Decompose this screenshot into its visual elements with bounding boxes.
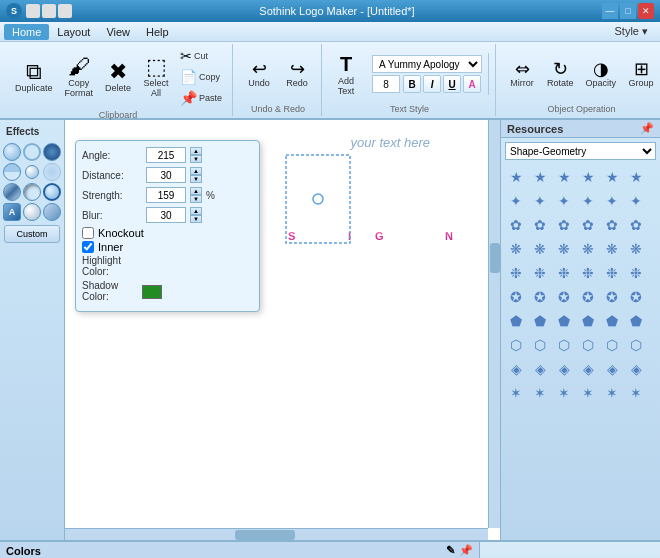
shape-item[interactable]: ❋ [505,238,527,260]
horizontal-scrollbar[interactable] [65,528,488,540]
shape-item[interactable]: ✪ [601,286,623,308]
style-dropdown[interactable]: Style ▾ [606,23,656,40]
strength-up[interactable]: ▲ [190,187,202,195]
inner-checkbox[interactable] [82,241,94,253]
shape-item[interactable]: ✶ [529,382,551,404]
distance-input[interactable] [146,167,186,183]
shape-item[interactable]: ✪ [625,286,647,308]
canvas-area[interactable]: Angle: ▲ ▼ Distance: ▲ ▼ Strength: [65,120,500,540]
select-all-button[interactable]: ⬚ SelectAll [138,53,174,101]
menu-home[interactable]: Home [4,24,49,40]
menu-help[interactable]: Help [138,24,177,40]
quick-save[interactable] [26,4,40,18]
shape-item[interactable]: ✦ [529,190,551,212]
effect-3d[interactable] [3,183,21,201]
shape-item[interactable]: ❉ [577,262,599,284]
maximize-button[interactable]: □ [620,3,636,19]
distance-up[interactable]: ▲ [190,167,202,175]
effect-circle-1[interactable] [3,143,21,161]
vertical-scrollbar[interactable] [488,120,500,528]
shape-item[interactable]: ✦ [601,190,623,212]
distance-down[interactable]: ▼ [190,175,202,183]
font-name-select[interactable]: A Yummy Apology [372,55,482,73]
effect-blur[interactable] [43,163,61,181]
shape-item[interactable]: ❋ [553,238,575,260]
shape-item[interactable]: ✶ [625,382,647,404]
group-button[interactable]: ⊞ Group [623,57,659,91]
shape-item[interactable]: ✶ [553,382,575,404]
shape-item[interactable]: ✿ [529,214,551,236]
shape-item[interactable]: ◈ [505,358,527,380]
shape-item[interactable]: ✿ [625,214,647,236]
italic-button[interactable]: I [423,75,441,93]
resources-pin[interactable]: 📌 [640,122,654,135]
mirror-button[interactable]: ⇔ Mirror [504,57,540,91]
shape-item[interactable]: ⬡ [625,334,647,356]
shape-item[interactable]: ✿ [553,214,575,236]
strength-input[interactable] [146,187,186,203]
blur-up[interactable]: ▲ [190,207,202,215]
shape-item[interactable]: ✦ [553,190,575,212]
shape-item[interactable]: ❋ [577,238,599,260]
shape-item[interactable]: ✿ [601,214,623,236]
shape-item[interactable]: ❉ [529,262,551,284]
shape-item[interactable]: ❋ [529,238,551,260]
shape-item[interactable]: ✿ [577,214,599,236]
effect-inner[interactable] [23,183,41,201]
vertical-scroll-thumb[interactable] [490,243,500,273]
shadow-color-swatch[interactable] [142,285,162,299]
knockout-checkbox[interactable] [82,227,94,239]
shape-item[interactable]: ✶ [577,382,599,404]
bold-button[interactable]: B [403,75,421,93]
effect-text-a[interactable]: A [3,203,21,221]
shape-item[interactable]: ⬟ [625,310,647,332]
delete-button[interactable]: ✖ Delete [100,58,136,96]
effect-selected[interactable] [43,183,61,201]
shape-item[interactable]: ★ [601,166,623,188]
quick-undo[interactable] [58,4,72,18]
angle-up[interactable]: ▲ [190,147,202,155]
shape-item[interactable]: ⬡ [529,334,551,356]
shape-item[interactable]: ★ [625,166,647,188]
blur-input[interactable] [146,207,186,223]
shape-item[interactable]: ✪ [529,286,551,308]
edit-colors-icon[interactable]: ✎ [446,544,455,557]
shape-item[interactable]: ✦ [577,190,599,212]
selection-handle-center[interactable] [313,194,323,204]
effect-c[interactable] [43,203,61,221]
shape-item[interactable]: ⬟ [505,310,527,332]
shape-item[interactable]: ❋ [625,238,647,260]
add-text-button[interactable]: T AddText [330,50,362,99]
resources-dropdown[interactable]: Shape-Geometry [505,142,656,160]
shape-item[interactable]: ★ [505,166,527,188]
shape-item[interactable]: ❉ [625,262,647,284]
angle-down[interactable]: ▼ [190,155,202,163]
shape-item[interactable]: ✪ [577,286,599,308]
opacity-button[interactable]: ◑ Opacity [581,57,622,91]
font-size-input[interactable] [372,75,400,93]
horizontal-scroll-thumb[interactable] [235,530,295,540]
shape-item[interactable]: ✪ [505,286,527,308]
cut-button[interactable]: ✂ Cut [176,46,226,66]
shape-item[interactable]: ✶ [505,382,527,404]
shape-item[interactable]: ★ [577,166,599,188]
duplicate-button[interactable]: ⧉ Duplicate [10,58,58,96]
effect-b[interactable] [23,203,41,221]
shape-item[interactable]: ❉ [505,262,527,284]
pin-colors-icon[interactable]: 📌 [459,544,473,557]
shape-item[interactable]: ✪ [553,286,575,308]
shape-item[interactable]: ⬡ [505,334,527,356]
shape-item[interactable]: ✿ [505,214,527,236]
copy-button[interactable]: 📄 Copy [176,67,226,87]
shape-item[interactable]: ⬟ [601,310,623,332]
custom-button[interactable]: Custom [4,225,60,243]
underline-button[interactable]: U [443,75,461,93]
shape-item[interactable]: ★ [529,166,551,188]
shape-item[interactable]: ◈ [601,358,623,380]
blur-down[interactable]: ▼ [190,215,202,223]
effect-circle-4[interactable] [25,165,39,179]
minimize-button[interactable]: — [602,3,618,19]
copy-format-button[interactable]: 🖌 CopyFormat [60,53,99,101]
effect-circle-2[interactable] [23,143,41,161]
strength-down[interactable]: ▼ [190,195,202,203]
